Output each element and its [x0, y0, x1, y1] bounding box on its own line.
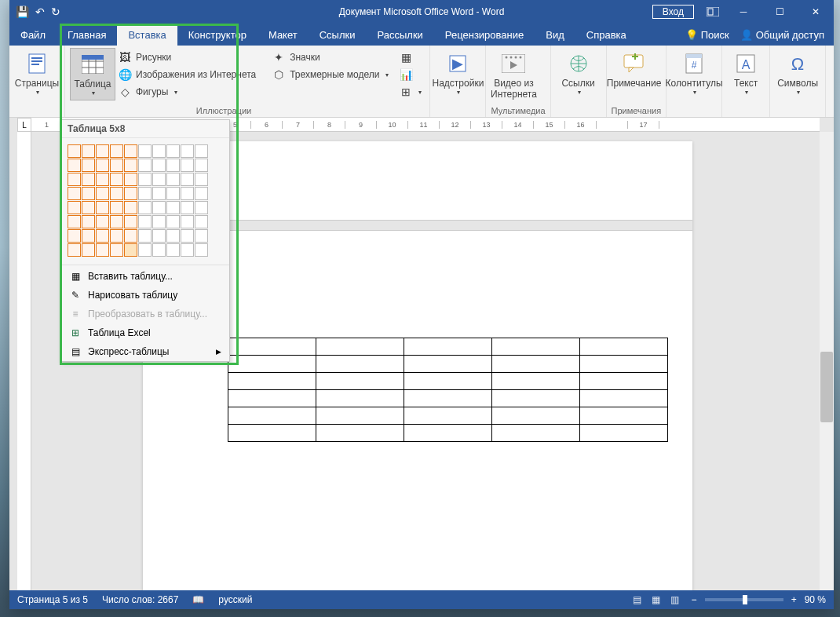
- grid-cell[interactable]: [96, 144, 109, 158]
- tab-mailings[interactable]: Рассылки: [366, 24, 433, 46]
- excel-table-item[interactable]: ⊞Таблица Excel: [61, 323, 229, 342]
- links-button[interactable]: Ссылки▾: [556, 48, 601, 99]
- grid-cell[interactable]: [82, 144, 95, 158]
- grid-cell[interactable]: [181, 229, 194, 243]
- grid-cell[interactable]: [110, 229, 123, 243]
- vertical-scrollbar[interactable]: [820, 132, 834, 590]
- maximize-button[interactable]: ☐: [761, 0, 798, 24]
- grid-cell[interactable]: [152, 159, 166, 172]
- undo-icon[interactable]: ↶: [35, 5, 45, 18]
- grid-cell[interactable]: [166, 187, 180, 200]
- tab-insert[interactable]: Вставка: [117, 24, 177, 46]
- close-button[interactable]: ✕: [798, 0, 834, 24]
- word-count[interactable]: Число слов: 2667: [102, 594, 178, 605]
- grid-cell[interactable]: [96, 159, 109, 172]
- grid-cell[interactable]: [152, 215, 166, 228]
- grid-cell[interactable]: [124, 144, 137, 158]
- grid-cell[interactable]: [138, 159, 152, 172]
- tab-file[interactable]: Файл: [9, 24, 57, 46]
- table-grid-preview[interactable]: [61, 138, 229, 263]
- grid-cell[interactable]: [138, 173, 152, 186]
- grid-cell[interactable]: [110, 201, 123, 214]
- grid-cell[interactable]: [152, 187, 166, 200]
- grid-cell[interactable]: [152, 144, 166, 158]
- video-button[interactable]: Видео из Интернета: [491, 48, 536, 104]
- grid-cell[interactable]: [138, 243, 152, 257]
- grid-cell[interactable]: [138, 144, 152, 158]
- display-mode-icon[interactable]: [700, 0, 725, 24]
- grid-cell[interactable]: [152, 201, 166, 214]
- grid-cell[interactable]: [166, 215, 180, 228]
- icons-button[interactable]: ✦Значки: [269, 49, 392, 65]
- grid-cell[interactable]: [152, 229, 166, 243]
- grid-cell[interactable]: [110, 144, 123, 158]
- grid-cell[interactable]: [68, 144, 81, 158]
- tab-help[interactable]: Справка: [575, 24, 637, 46]
- tab-review[interactable]: Рецензирование: [434, 24, 535, 46]
- grid-cell[interactable]: [82, 173, 95, 186]
- grid-cell[interactable]: [82, 243, 95, 257]
- headers-button[interactable]: #Колонтитулы▾: [671, 48, 717, 99]
- grid-cell[interactable]: [124, 159, 137, 172]
- share-button[interactable]: 👤 Общий доступ: [740, 29, 824, 41]
- screenshot-button[interactable]: ⊞▾: [396, 84, 425, 100]
- smartart-button[interactable]: ▦: [396, 49, 425, 65]
- grid-cell[interactable]: [152, 173, 166, 186]
- zoom-level[interactable]: 90 %: [805, 594, 826, 605]
- online-pictures-button[interactable]: 🌐Изображения из Интернета: [115, 67, 259, 82]
- grid-cell[interactable]: [68, 215, 81, 228]
- grid-cell[interactable]: [82, 187, 95, 200]
- grid-cell[interactable]: [124, 229, 137, 243]
- grid-cell[interactable]: [181, 159, 194, 172]
- grid-cell[interactable]: [82, 215, 95, 228]
- grid-cell[interactable]: [96, 201, 109, 214]
- grid-cell[interactable]: [195, 201, 208, 214]
- tab-design[interactable]: Конструктор: [177, 24, 257, 46]
- search-box[interactable]: 💡 Поиск: [685, 29, 729, 41]
- grid-cell[interactable]: [181, 144, 194, 158]
- redo-icon[interactable]: ↻: [51, 5, 60, 18]
- grid-cell[interactable]: [110, 173, 123, 186]
- grid-cell[interactable]: [124, 201, 137, 214]
- pages-button[interactable]: Страницы▾: [14, 48, 60, 99]
- sign-in-button[interactable]: Вход: [652, 5, 694, 19]
- draw-table-item[interactable]: ✎Нарисовать таблицу: [61, 286, 229, 305]
- comment-button[interactable]: Примечание: [612, 48, 657, 92]
- grid-cell[interactable]: [195, 187, 208, 200]
- grid-cell[interactable]: [96, 215, 109, 228]
- grid-cell[interactable]: [96, 243, 109, 257]
- grid-cell[interactable]: [96, 187, 109, 200]
- grid-cell[interactable]: [166, 159, 180, 172]
- page-status[interactable]: Страница 5 из 5: [17, 594, 88, 605]
- tab-view[interactable]: Вид: [535, 24, 575, 46]
- grid-cell[interactable]: [195, 229, 208, 243]
- text-button[interactable]: AТекст▾: [727, 48, 765, 99]
- grid-cell[interactable]: [195, 159, 208, 172]
- read-mode-icon[interactable]: ▤: [629, 593, 646, 607]
- vertical-ruler[interactable]: [17, 132, 31, 590]
- 3d-models-button[interactable]: ⬡Трехмерные модели▾: [269, 67, 392, 82]
- grid-cell[interactable]: [195, 215, 208, 228]
- addins-button[interactable]: ▶Надстройки▾: [435, 48, 480, 99]
- zoom-in-button[interactable]: +: [791, 594, 797, 605]
- document-table[interactable]: [228, 338, 668, 442]
- grid-cell[interactable]: [181, 187, 194, 200]
- grid-cell[interactable]: [96, 229, 109, 243]
- grid-cell[interactable]: [166, 243, 180, 257]
- pictures-button[interactable]: 🖼Рисунки: [115, 49, 259, 65]
- chart-button[interactable]: 📊: [396, 67, 425, 82]
- grid-cell[interactable]: [138, 201, 152, 214]
- grid-cell[interactable]: [68, 229, 81, 243]
- print-layout-icon[interactable]: ▦: [648, 593, 665, 607]
- grid-cell[interactable]: [110, 215, 123, 228]
- grid-cell[interactable]: [166, 229, 180, 243]
- insert-table-item[interactable]: ▦Вставить таблицу...: [61, 267, 229, 286]
- grid-cell[interactable]: [181, 173, 194, 186]
- zoom-slider[interactable]: [705, 598, 783, 601]
- grid-cell[interactable]: [68, 173, 81, 186]
- tab-home[interactable]: Главная: [57, 24, 117, 46]
- grid-cell[interactable]: [68, 201, 81, 214]
- grid-cell[interactable]: [68, 159, 81, 172]
- grid-cell[interactable]: [110, 187, 123, 200]
- grid-cell[interactable]: [181, 215, 194, 228]
